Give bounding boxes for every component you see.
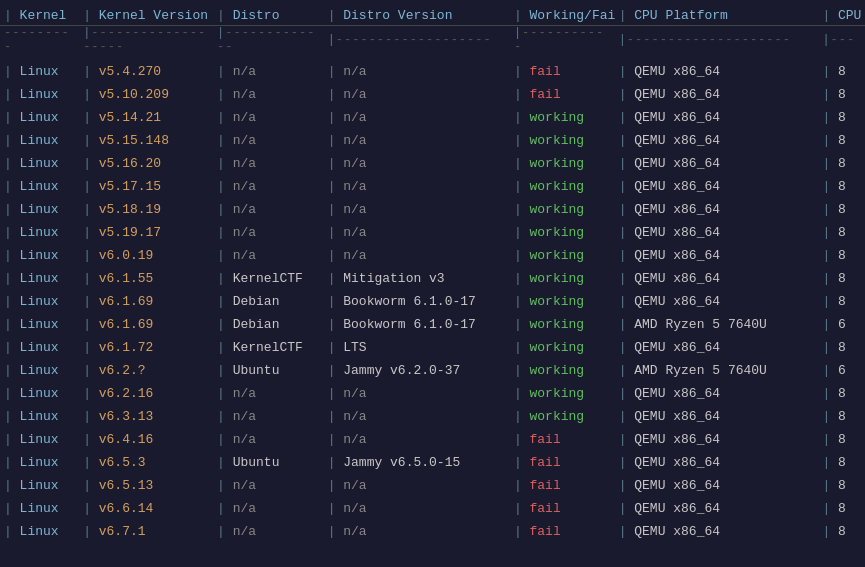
cell-distro-ver: | n/a [324, 175, 510, 198]
cell-wf: | fail [510, 451, 615, 474]
col-header-kernel: | Kernel [0, 0, 79, 26]
cell-wf: | working [510, 267, 615, 290]
cell-wf: | working [510, 198, 615, 221]
cell-cpu: | 8 [818, 267, 865, 290]
cell-kernel-ver: | v5.14.21 [79, 106, 213, 129]
cell-wf: | working [510, 129, 615, 152]
cell-cpu-plat: | QEMU x86_64 [615, 244, 819, 267]
cell-cpu-plat: | QEMU x86_64 [615, 290, 819, 313]
cell-distro-ver: | n/a [324, 129, 510, 152]
cell-kernel: | Linux [0, 198, 79, 221]
cell-kernel-ver: | v6.2.? [79, 359, 213, 382]
table-row: | Linux | v6.3.13 | n/a | n/a | working … [0, 405, 865, 428]
cell-kernel-ver: | v5.10.209 [79, 83, 213, 106]
table-row: | Linux | v5.19.17 | n/a | n/a | working… [0, 221, 865, 244]
cell-distro-ver: | n/a [324, 106, 510, 129]
cell-cpu-plat: | QEMU x86_64 [615, 336, 819, 359]
cell-kernel: | Linux [0, 129, 79, 152]
cell-wf: | fail [510, 474, 615, 497]
sep-cpu-plat: |-------------------- [615, 26, 819, 61]
cell-distro: | KernelCTF [213, 267, 324, 290]
cell-kernel-ver: | v6.1.55 [79, 267, 213, 290]
cell-distro: | n/a [213, 405, 324, 428]
cell-cpu-plat: | QEMU x86_64 [615, 474, 819, 497]
cell-distro: | n/a [213, 382, 324, 405]
cell-cpu-plat: | QEMU x86_64 [615, 198, 819, 221]
cell-cpu-plat: | QEMU x86_64 [615, 382, 819, 405]
cell-kernel: | Linux [0, 451, 79, 474]
cell-wf: | working [510, 359, 615, 382]
cell-cpu-plat: | AMD Ryzen 5 7640U [615, 359, 819, 382]
sep-kernel: --------- [0, 26, 79, 61]
cell-kernel-ver: | v5.15.148 [79, 129, 213, 152]
cell-cpu: | 8 [818, 83, 865, 106]
cell-cpu: | 8 [818, 497, 865, 520]
cell-distro: | n/a [213, 60, 324, 83]
table-row: | Linux | v6.1.72 | KernelCTF | LTS | wo… [0, 336, 865, 359]
table-row: | Linux | v6.1.69 | Debian | Bookworm 6.… [0, 313, 865, 336]
table-row: | Linux | v6.5.13 | n/a | n/a | fail | Q… [0, 474, 865, 497]
cell-wf: | fail [510, 497, 615, 520]
cell-distro: | KernelCTF [213, 336, 324, 359]
cell-kernel-ver: | v6.5.13 [79, 474, 213, 497]
cell-kernel: | Linux [0, 244, 79, 267]
cell-cpu: | 8 [818, 290, 865, 313]
cell-kernel-ver: | v5.16.20 [79, 152, 213, 175]
cell-cpu: | 6 [818, 359, 865, 382]
cell-cpu: | 8 [818, 152, 865, 175]
cell-wf: | working [510, 244, 615, 267]
cell-cpu-plat: | QEMU x86_64 [615, 152, 819, 175]
table-row: | Linux | v6.1.55 | KernelCTF | Mitigati… [0, 267, 865, 290]
cell-kernel: | Linux [0, 290, 79, 313]
cell-kernel: | Linux [0, 382, 79, 405]
cell-cpu: | 8 [818, 244, 865, 267]
cell-distro-ver: | n/a [324, 497, 510, 520]
cell-distro-ver: | Jammy v6.2.0-37 [324, 359, 510, 382]
cell-distro: | n/a [213, 520, 324, 543]
cell-kernel: | Linux [0, 221, 79, 244]
cell-cpu-plat: | QEMU x86_64 [615, 451, 819, 474]
cell-wf: | working [510, 405, 615, 428]
sep-cpu: |--- [818, 26, 865, 61]
cell-cpu: | 8 [818, 336, 865, 359]
cell-distro: | n/a [213, 129, 324, 152]
cell-wf: | working [510, 106, 615, 129]
cell-cpu: | 8 [818, 520, 865, 543]
cell-cpu-plat: | QEMU x86_64 [615, 428, 819, 451]
cell-kernel: | Linux [0, 106, 79, 129]
cell-wf: | working [510, 336, 615, 359]
table-row: | Linux | v5.16.20 | n/a | n/a | working… [0, 152, 865, 175]
cell-distro: | n/a [213, 244, 324, 267]
cell-distro-ver: | n/a [324, 152, 510, 175]
cell-cpu-plat: | QEMU x86_64 [615, 497, 819, 520]
table-row: | Linux | v5.10.209 | n/a | n/a | fail |… [0, 83, 865, 106]
table-row: | Linux | v6.2.16 | n/a | n/a | working … [0, 382, 865, 405]
cell-cpu-plat: | QEMU x86_64 [615, 405, 819, 428]
cell-distro: | n/a [213, 83, 324, 106]
sep-kernel-ver: |------------------- [79, 26, 213, 61]
cell-kernel: | Linux [0, 152, 79, 175]
cell-wf: | fail [510, 520, 615, 543]
cell-cpu: | 6 [818, 313, 865, 336]
cell-cpu: | 8 [818, 474, 865, 497]
table-row: | Linux | v6.2.? | Ubuntu | Jammy v6.2.0… [0, 359, 865, 382]
cell-kernel: | Linux [0, 267, 79, 290]
cell-distro: | Debian [213, 290, 324, 313]
cell-distro-ver: | Bookworm 6.1.0-17 [324, 290, 510, 313]
cell-wf: | working [510, 175, 615, 198]
table-row: | Linux | v6.7.1 | n/a | n/a | fail | QE… [0, 520, 865, 543]
cell-kernel: | Linux [0, 428, 79, 451]
sep-distro: |------------- [213, 26, 324, 61]
cell-wf: | working [510, 382, 615, 405]
cell-distro: | n/a [213, 198, 324, 221]
cell-cpu: | 8 [818, 428, 865, 451]
cell-cpu: | 8 [818, 129, 865, 152]
cell-kernel-ver: | v6.1.69 [79, 290, 213, 313]
cell-cpu-plat: | QEMU x86_64 [615, 106, 819, 129]
cell-kernel: | Linux [0, 313, 79, 336]
cell-kernel: | Linux [0, 60, 79, 83]
cell-kernel-ver: | v5.4.270 [79, 60, 213, 83]
cell-kernel-ver: | v6.6.14 [79, 497, 213, 520]
cell-distro-ver: | n/a [324, 198, 510, 221]
col-header-distro: | Distro [213, 0, 324, 26]
